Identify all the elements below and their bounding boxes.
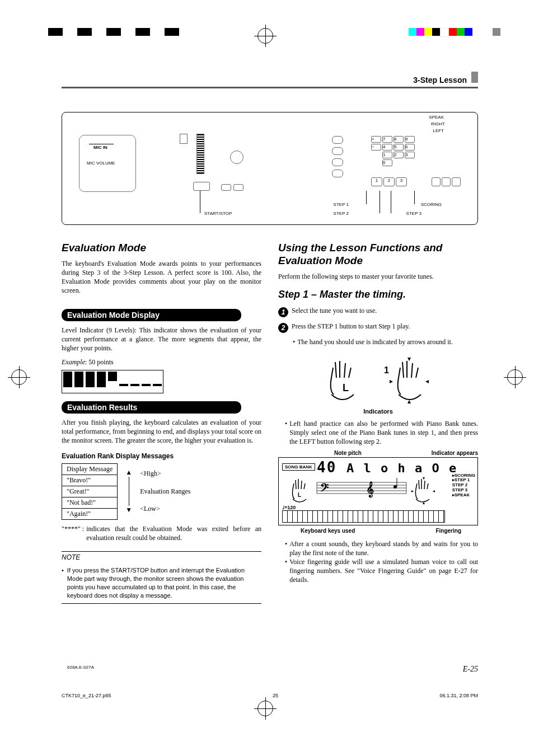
- step-1-text: Select the tune you want to use.: [292, 306, 377, 317]
- label-step2: STEP 2: [334, 211, 349, 216]
- svg-text:L: L: [298, 492, 301, 498]
- lcd-title-row: 40 A l o h a O e: [317, 459, 457, 476]
- piano-bank-text: Left hand practice can also be performed…: [289, 419, 478, 447]
- header-rule: [62, 87, 478, 88]
- rank-row-3: "Again!": [62, 508, 118, 519]
- svg-marker-10: [433, 490, 435, 492]
- keyboard-panel-diagram: MIC IN MIC VOLUME START/STOP +789 −456 1…: [62, 112, 478, 225]
- rank-row-1: "Great!": [62, 486, 118, 497]
- rank-arrow-labels: <High> Evaluation Ranges <Low>: [140, 469, 190, 513]
- lcd-bottom-captions: Keyboard keys used Fingering: [278, 527, 478, 534]
- bullet-icon: •: [285, 539, 287, 557]
- label-start-stop: START/STOP: [204, 211, 232, 216]
- rank-table-row: Display Message "Bravo!" "Great!" "Not b…: [62, 463, 261, 520]
- footer-page: 25: [273, 693, 278, 698]
- down-arrow-icon: ▼: [125, 506, 132, 514]
- svg-marker-3: [390, 380, 393, 383]
- svg-text:𝄢: 𝄢: [320, 482, 329, 496]
- note-box: NOTE • If you press the START/STOP butto…: [62, 551, 261, 604]
- lcd-step3: STEP 3: [452, 487, 467, 492]
- hands-indicator-diagram: L 1 Indicators: [278, 355, 478, 415]
- registration-mark-bottom: [257, 701, 273, 716]
- svg-text:1: 1: [384, 365, 389, 375]
- lcd-tempo: 120: [287, 505, 296, 510]
- heading-using-lesson: Using the Lesson Functions and Evaluatio…: [278, 242, 478, 267]
- note-body: If you press the START/STOP button and i…: [67, 566, 261, 599]
- rank-arrow-column: ▲ ▼: [125, 468, 132, 514]
- lcd-step1: STEP 1: [455, 477, 470, 482]
- lcd-step2: STEP 2: [452, 482, 467, 487]
- step-number-1-icon: 1: [278, 307, 288, 317]
- rank-table: Display Message "Bravo!" "Great!" "Not b…: [62, 463, 118, 520]
- lcd-screen-diagram: SONG BANK 40 A l o h a O e ▸SCORING ▸STE…: [278, 457, 478, 525]
- lcd-speak: SPEAK: [455, 492, 470, 497]
- para-eval-intro: The keyboard's Evaluation Mode awards po…: [62, 259, 261, 295]
- step-1-row: 1 Select the tune you want to use.: [278, 306, 478, 317]
- step-2-row: 2 Press the STEP 1 button to start Step …: [278, 322, 478, 333]
- caption-fingering: Fingering: [435, 528, 461, 534]
- lcd-num: 40: [317, 459, 336, 476]
- svg-marker-4: [425, 380, 429, 383]
- para-level-indicator: Level Indicator (9 Levels): This indicat…: [62, 326, 261, 353]
- step-2-sub-bullet: • The hand you should use is indicated b…: [293, 337, 478, 346]
- note-label: NOTE: [62, 553, 261, 562]
- heading-rank-messages: Evaluation Rank Display Messages: [62, 452, 261, 460]
- caption-indicator-appears: Indicator appears: [432, 450, 478, 456]
- label-high: <High>: [140, 469, 190, 478]
- asterisk-symbol: "****" :: [62, 524, 84, 542]
- label-speak: SPEAK: [429, 115, 444, 120]
- subheading-eval-display: Evaluation Mode Display: [62, 309, 241, 321]
- caption-keyboard-keys: Keyboard keys used: [301, 528, 355, 534]
- svg-marker-1: [407, 358, 411, 361]
- bullet-icon: •: [285, 557, 287, 585]
- step-2-sub-text: The hand you should use is indicated by …: [297, 337, 453, 346]
- svg-marker-9: [411, 490, 414, 492]
- lcd-title: A l o h a O e: [346, 461, 457, 475]
- label-left: LEFT: [433, 128, 444, 133]
- voice-fingering-text: Voice fingering guide will use a simulat…: [289, 557, 478, 585]
- label-scoring: SCORING: [421, 202, 442, 207]
- label-step1: STEP 1: [334, 202, 349, 207]
- up-arrow-icon: ▲: [125, 468, 132, 477]
- label-mic-volume: MIC VOLUME: [87, 161, 115, 166]
- heading-step1: Step 1 – Master the timing.: [278, 289, 478, 300]
- lcd-song-bank: SONG BANK: [282, 463, 315, 471]
- footer-meta-line: CTK710_e_21-27.p65 25 06.1.31, 2:08 PM: [62, 693, 478, 698]
- footer-code: 628A-E-027A: [67, 665, 94, 670]
- svg-text:𝄞: 𝄞: [366, 481, 374, 498]
- label-mic-in: MIC IN: [93, 145, 107, 150]
- footer-timestamp: 06.1.31, 2:08 PM: [439, 693, 478, 698]
- caption-note-pitch: Note pitch: [334, 450, 362, 456]
- label-low: <Low>: [140, 505, 190, 513]
- svg-marker-2: [407, 400, 411, 403]
- footer-filename: CTK710_e_21-27.p65: [62, 693, 111, 698]
- step-number-2-icon: 2: [278, 323, 288, 333]
- lcd-scoring: SCORING: [455, 473, 475, 478]
- subheading-eval-results: Evaluation Results: [62, 401, 241, 414]
- bullet-after-count: • After a count sounds, they keyboard st…: [285, 539, 478, 557]
- rank-row-2: "Not bad!": [62, 497, 118, 508]
- page-number: E-25: [463, 665, 478, 674]
- svg-marker-7: [423, 477, 425, 480]
- piano-bank-bullet: • Left hand practice can also be perform…: [285, 419, 478, 447]
- indicators-caption: Indicators: [278, 408, 478, 415]
- example-line: Example: 50 points: [62, 358, 261, 367]
- after-count-text: After a count sounds, they keyboard stan…: [289, 539, 478, 557]
- asterisk-note: "****" : indicates that the Evaluation M…: [62, 524, 261, 542]
- label-right: RIGHT: [431, 121, 445, 126]
- step-2-text: Press the STEP 1 button to start Step 1 …: [292, 322, 410, 333]
- para-using-intro: Perform the following steps to master yo…: [278, 272, 478, 281]
- level-indicator-diagram: [62, 370, 163, 393]
- left-column: Evaluation Mode The keyboard's Evaluatio…: [62, 242, 261, 604]
- svg-text:L: L: [343, 382, 349, 393]
- asterisk-text: indicates that the Evaluation Mode was e…: [86, 524, 261, 542]
- heading-evaluation-mode: Evaluation Mode: [62, 242, 261, 255]
- svg-point-20: [394, 485, 397, 489]
- bullet-icon: •: [285, 419, 287, 447]
- label-step3: STEP 3: [406, 211, 421, 216]
- bullet-icon: •: [62, 566, 64, 599]
- label-eval-ranges: Evaluation Ranges: [140, 487, 190, 496]
- example-value: : 50 points: [85, 358, 114, 366]
- lcd-top-captions: Note pitch Indicator appears: [278, 450, 478, 456]
- bullet-voice-fingering: • Voice fingering guide will use a simul…: [285, 557, 478, 585]
